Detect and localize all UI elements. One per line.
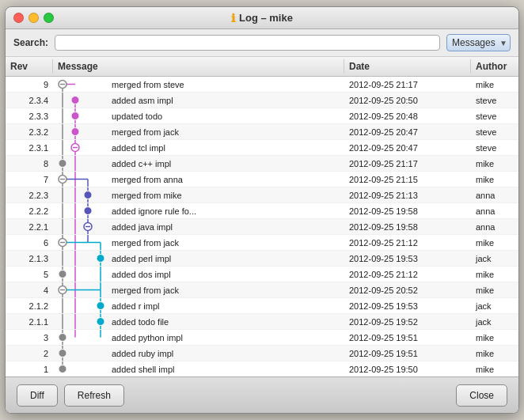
table-row[interactable]: 3added python impl2012-09-25 19:51mike xyxy=(6,330,518,346)
cell-date: 2012-09-25 20:47 xyxy=(344,140,471,155)
svg-point-71 xyxy=(59,365,66,373)
message-text: added ruby impl xyxy=(112,349,173,358)
title-text: Log – mike xyxy=(239,12,293,24)
message-text: merged from mike xyxy=(112,191,182,200)
svg-point-27 xyxy=(84,191,92,199)
cell-date: 2012-09-25 20:52 xyxy=(344,282,471,297)
cell-message: added r impl xyxy=(53,298,344,313)
message-text: merged from jack xyxy=(112,238,179,248)
cell-author: steve xyxy=(471,124,518,139)
svg-point-69 xyxy=(59,350,66,358)
table-row[interactable]: 2.2.3merged from mike2012-09-25 21:13ann… xyxy=(6,187,518,203)
col-message: Message xyxy=(53,59,344,74)
table-header: Rev Message Date Author xyxy=(6,57,518,77)
svg-point-63 xyxy=(97,318,104,326)
cell-message: merged from jack xyxy=(53,235,344,250)
cell-message: added todo file xyxy=(53,314,344,329)
table-row[interactable]: 6merged from jack2012-09-25 21:12mike xyxy=(6,235,518,251)
table-row[interactable]: 9merged from steve2012-09-25 21:17mike xyxy=(6,77,518,93)
message-text: merged from jack xyxy=(112,286,179,295)
window-title: ℹ Log – mike xyxy=(231,12,293,25)
svg-point-11 xyxy=(71,128,79,136)
footer-left-buttons: Diff Refresh xyxy=(17,384,124,407)
filter-select[interactable]: Messages Paths Authors xyxy=(446,34,511,51)
maximize-traffic-light[interactable] xyxy=(44,13,54,23)
cell-author: mike xyxy=(471,235,518,250)
message-text: merged from anna xyxy=(112,175,183,184)
message-text: added asm impl xyxy=(112,96,173,105)
message-text: added perl impl xyxy=(112,254,171,263)
table-row[interactable]: 1added shell impl2012-09-25 19:50mike xyxy=(6,361,518,376)
cell-rev: 2.3.4 xyxy=(6,93,53,108)
cell-date: 2012-09-25 21:17 xyxy=(344,156,471,171)
cell-message: added shell impl xyxy=(53,361,344,376)
refresh-button[interactable]: Refresh xyxy=(64,384,124,407)
table-row[interactable]: 2.1.3added perl impl2012-09-25 19:53jack xyxy=(6,251,518,267)
table-row[interactable]: 2.3.2merged from jack2012-09-25 20:47ste… xyxy=(6,124,518,140)
table-row[interactable]: 2added ruby impl2012-09-25 19:51mike xyxy=(6,346,518,361)
table-row[interactable]: 7merged from anna2012-09-25 21:15mike xyxy=(6,172,518,187)
cell-message: added java impl xyxy=(53,219,344,234)
cell-rev: 6 xyxy=(6,235,53,250)
table-body[interactable]: 9merged from steve2012-09-25 21:17mike2.… xyxy=(6,77,518,376)
search-label: Search: xyxy=(13,37,48,48)
message-text: added c++ impl xyxy=(112,159,171,168)
cell-message: added ruby impl xyxy=(53,346,344,361)
cell-rev: 2.3.2 xyxy=(6,124,53,139)
cell-message: merged from mike xyxy=(53,187,344,202)
search-input[interactable] xyxy=(55,35,440,51)
cell-rev: 4 xyxy=(6,282,53,297)
cell-author: anna xyxy=(471,219,518,234)
table-row[interactable]: 5added dos impl2012-09-25 21:12mike xyxy=(6,267,518,282)
message-text: added todo file xyxy=(112,317,169,327)
cell-date: 2012-09-25 20:50 xyxy=(344,93,471,108)
titlebar: ℹ Log – mike xyxy=(6,7,518,29)
cell-date: 2012-09-25 19:52 xyxy=(344,314,471,329)
table-row[interactable]: 2.1.1added todo file2012-09-25 19:52jack xyxy=(6,314,518,330)
table-row[interactable]: 2.3.1added tcl impl2012-09-25 20:47steve xyxy=(6,140,518,156)
table-row[interactable]: 2.3.3updated todo2012-09-25 20:48steve xyxy=(6,108,518,124)
svg-point-18 xyxy=(59,160,66,168)
message-text: added python impl xyxy=(112,333,183,342)
minimize-traffic-light[interactable] xyxy=(28,13,39,23)
cell-date: 2012-09-25 19:53 xyxy=(344,298,471,313)
close-traffic-light[interactable] xyxy=(13,13,24,23)
table-row[interactable]: 4merged from jack2012-09-25 20:52mike xyxy=(6,282,518,298)
cell-rev: 3 xyxy=(6,330,53,345)
window-controls xyxy=(13,13,54,23)
cell-message: added tcl impl xyxy=(53,140,344,155)
svg-point-46 xyxy=(97,255,104,263)
message-text: added shell impl xyxy=(112,365,175,374)
cell-rev: 2.2.3 xyxy=(6,187,53,202)
cell-rev: 2.1.3 xyxy=(6,251,53,266)
table-row[interactable]: 2.2.2added ignore rule fo...2012-09-25 1… xyxy=(6,203,518,219)
cell-rev: 7 xyxy=(6,172,53,187)
cell-rev: 5 xyxy=(6,267,53,282)
cell-message: updated todo xyxy=(53,108,344,123)
filter-select-wrap: Messages Paths Authors ▼ xyxy=(446,34,511,51)
cell-rev: 2.3.3 xyxy=(6,108,53,123)
table-row[interactable]: 8added c++ impl2012-09-25 21:17mike xyxy=(6,156,518,172)
cell-rev: 2.1.1 xyxy=(6,314,53,329)
cell-message: added ignore rule fo... xyxy=(53,203,344,218)
col-date: Date xyxy=(344,59,471,74)
cell-message: merged from jack xyxy=(53,124,344,139)
table-row[interactable]: 2.2.1added java impl2012-09-25 19:58anna xyxy=(6,219,518,235)
cell-rev: 9 xyxy=(6,77,53,92)
diff-button[interactable]: Diff xyxy=(17,384,58,407)
col-author: Author xyxy=(471,59,518,74)
cell-author: jack xyxy=(471,251,518,266)
message-text: merged from steve xyxy=(112,80,184,89)
table-row[interactable]: 2.3.4added asm impl2012-09-25 20:50steve xyxy=(6,93,518,108)
message-text: merged from jack xyxy=(112,127,179,137)
svg-point-5 xyxy=(71,96,79,104)
svg-point-50 xyxy=(59,271,66,278)
table-row[interactable]: 2.1.2added r impl2012-09-25 19:53jack xyxy=(6,298,518,314)
cell-date: 2012-09-25 21:13 xyxy=(344,187,471,202)
cell-author: mike xyxy=(471,77,518,92)
svg-point-8 xyxy=(71,112,79,120)
cell-author: mike xyxy=(471,282,518,297)
svg-point-67 xyxy=(59,334,66,342)
close-button[interactable]: Close xyxy=(456,384,507,407)
cell-message: added asm impl xyxy=(53,93,344,108)
